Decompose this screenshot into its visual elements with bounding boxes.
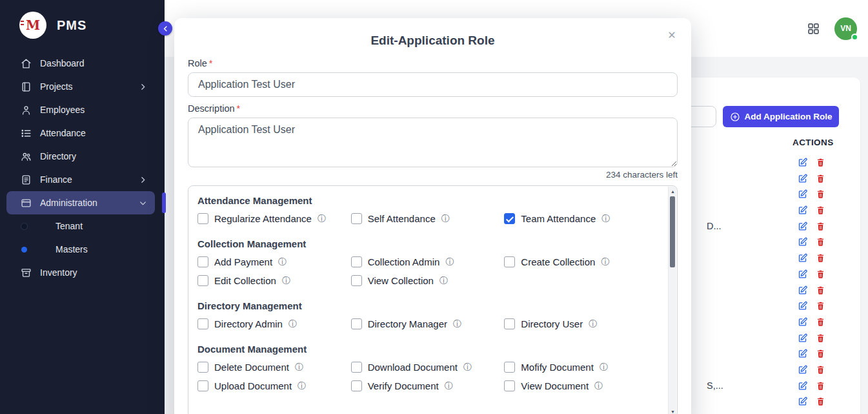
- permission-view-document[interactable]: View Documentⓘ: [504, 380, 658, 391]
- delete-icon[interactable]: [816, 301, 825, 311]
- checkbox[interactable]: [197, 380, 208, 391]
- permission-directory-user[interactable]: Directory Userⓘ: [504, 318, 658, 329]
- permission-view-collection[interactable]: View Collectionⓘ: [351, 275, 505, 286]
- checkbox-checked[interactable]: [504, 213, 515, 224]
- edit-icon[interactable]: [798, 317, 807, 327]
- sidebar-item-inventory[interactable]: Inventory: [6, 261, 155, 284]
- close-icon[interactable]: ✕: [664, 27, 680, 43]
- edit-icon[interactable]: [798, 333, 807, 343]
- edit-icon[interactable]: [798, 237, 807, 247]
- apps-grid-icon[interactable]: [807, 22, 820, 36]
- edit-icon[interactable]: [798, 269, 807, 279]
- delete-icon[interactable]: [816, 237, 825, 247]
- checkbox[interactable]: [351, 380, 362, 391]
- delete-icon[interactable]: [816, 269, 825, 279]
- permission-verify-document[interactable]: Verify Documentⓘ: [351, 380, 505, 391]
- edit-icon[interactable]: [798, 189, 807, 199]
- info-icon[interactable]: ⓘ: [282, 276, 290, 285]
- checkbox[interactable]: [504, 256, 515, 267]
- checkbox[interactable]: [351, 362, 362, 373]
- info-icon[interactable]: ⓘ: [601, 258, 609, 266]
- role-input[interactable]: [188, 72, 678, 97]
- permission-upload-document[interactable]: Upload Documentⓘ: [197, 380, 351, 391]
- info-icon[interactable]: ⓘ: [600, 363, 608, 371]
- delete-icon[interactable]: [816, 381, 825, 391]
- delete-icon[interactable]: [816, 285, 825, 295]
- permission-add-payment[interactable]: Add Paymentⓘ: [197, 256, 351, 267]
- delete-icon[interactable]: [816, 158, 825, 167]
- scroll-up-arrow[interactable]: ▲: [669, 187, 677, 196]
- sidebar-item-employees[interactable]: Employees: [6, 98, 155, 121]
- permission-directory-manager[interactable]: Directory Managerⓘ: [351, 318, 505, 329]
- edit-icon[interactable]: [798, 349, 807, 358]
- checkbox[interactable]: [504, 380, 515, 391]
- sidebar-item-dashboard[interactable]: Dashboard: [6, 52, 155, 75]
- permission-collection-admin[interactable]: Collection Adminⓘ: [351, 256, 505, 267]
- scroll-down-arrow[interactable]: ▼: [669, 408, 677, 414]
- delete-icon[interactable]: [816, 317, 825, 327]
- permission-create-collection[interactable]: Create Collectionⓘ: [504, 256, 658, 267]
- delete-icon[interactable]: [816, 365, 825, 375]
- delete-icon[interactable]: [816, 222, 825, 231]
- delete-icon[interactable]: [816, 253, 825, 263]
- edit-icon[interactable]: [798, 397, 807, 406]
- checkbox[interactable]: [351, 213, 362, 224]
- edit-icon[interactable]: [798, 222, 807, 231]
- checkbox[interactable]: [504, 318, 515, 329]
- info-icon[interactable]: ⓘ: [453, 320, 461, 328]
- sidebar-item-finance[interactable]: Finance: [6, 168, 155, 191]
- edit-icon[interactable]: [798, 205, 807, 215]
- delete-icon[interactable]: [816, 205, 825, 215]
- checkbox[interactable]: [197, 362, 208, 373]
- checkbox[interactable]: [197, 318, 208, 329]
- permission-directory-admin[interactable]: Directory Adminⓘ: [197, 318, 351, 329]
- sidebar-item-directory[interactable]: Directory: [6, 145, 155, 168]
- permission-team-attendance[interactable]: Team Attendanceⓘ: [504, 213, 658, 224]
- checkbox[interactable]: [197, 256, 208, 267]
- edit-icon[interactable]: [798, 158, 807, 167]
- sidebar-collapse-button[interactable]: [158, 21, 172, 36]
- info-icon[interactable]: ⓘ: [594, 382, 603, 390]
- info-icon[interactable]: ⓘ: [463, 363, 472, 371]
- delete-icon[interactable]: [816, 397, 825, 406]
- permission-self-attendance[interactable]: Self Attendanceⓘ: [351, 213, 505, 224]
- sidebar-item-attendance[interactable]: Attendance: [6, 121, 155, 145]
- description-textarea[interactable]: Application Test User: [188, 118, 678, 167]
- sidebar-item-administration[interactable]: Administration: [6, 191, 155, 214]
- delete-icon[interactable]: [816, 174, 825, 183]
- checkbox[interactable]: [197, 275, 208, 286]
- edit-icon[interactable]: [798, 301, 807, 311]
- user-avatar[interactable]: VN: [834, 17, 857, 40]
- info-icon[interactable]: ⓘ: [278, 258, 287, 266]
- info-icon[interactable]: ⓘ: [318, 214, 326, 223]
- checkbox[interactable]: [351, 256, 362, 267]
- permissions-scrollbar[interactable]: ▲ ▼: [668, 187, 676, 414]
- sidebar-item-projects[interactable]: Projects: [6, 75, 155, 98]
- edit-icon[interactable]: [798, 253, 807, 263]
- permission-edit-collection[interactable]: Edit Collectionⓘ: [197, 275, 351, 286]
- sidebar-item-masters[interactable]: Masters: [0, 238, 165, 261]
- sidebar-item-tenant[interactable]: Tenant: [0, 214, 165, 238]
- delete-icon[interactable]: [816, 333, 825, 343]
- permission-regularize-attendance[interactable]: Regularize Attendanceⓘ: [197, 213, 351, 224]
- delete-icon[interactable]: [816, 189, 825, 199]
- edit-icon[interactable]: [798, 285, 807, 295]
- info-icon[interactable]: ⓘ: [288, 320, 297, 328]
- permission-delete-document[interactable]: Delete Documentⓘ: [197, 362, 351, 373]
- scrollbar-thumb[interactable]: [670, 196, 675, 267]
- edit-icon[interactable]: [798, 381, 807, 391]
- info-icon[interactable]: ⓘ: [589, 320, 597, 328]
- info-icon[interactable]: ⓘ: [445, 382, 453, 390]
- checkbox[interactable]: [351, 275, 362, 286]
- delete-icon[interactable]: [816, 349, 825, 358]
- permission-download-document[interactable]: Download Documentⓘ: [351, 362, 505, 373]
- permission-mofify-document[interactable]: Mofify Documentⓘ: [504, 362, 658, 373]
- checkbox[interactable]: [351, 318, 362, 329]
- info-icon[interactable]: ⓘ: [601, 214, 610, 223]
- checkbox[interactable]: [504, 362, 515, 373]
- checkbox[interactable]: [197, 213, 208, 224]
- info-icon[interactable]: ⓘ: [295, 363, 303, 371]
- info-icon[interactable]: ⓘ: [441, 214, 450, 223]
- info-icon[interactable]: ⓘ: [298, 382, 306, 390]
- add-application-role-button[interactable]: Add Application Role: [723, 106, 839, 127]
